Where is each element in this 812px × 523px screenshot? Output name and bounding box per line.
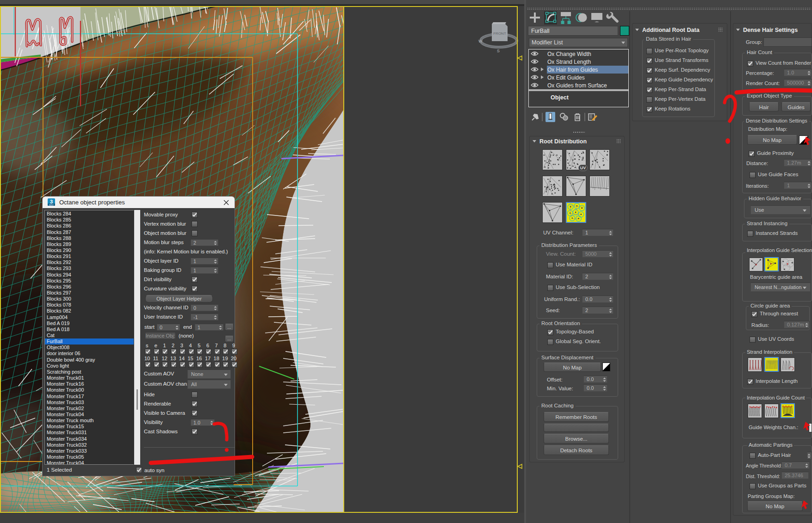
svg-text:FRONT: FRONT <box>493 31 506 36</box>
svg-text:MAX: MAX <box>49 204 54 206</box>
svg-text:S: S <box>497 49 500 53</box>
svg-text:W: W <box>478 39 483 43</box>
